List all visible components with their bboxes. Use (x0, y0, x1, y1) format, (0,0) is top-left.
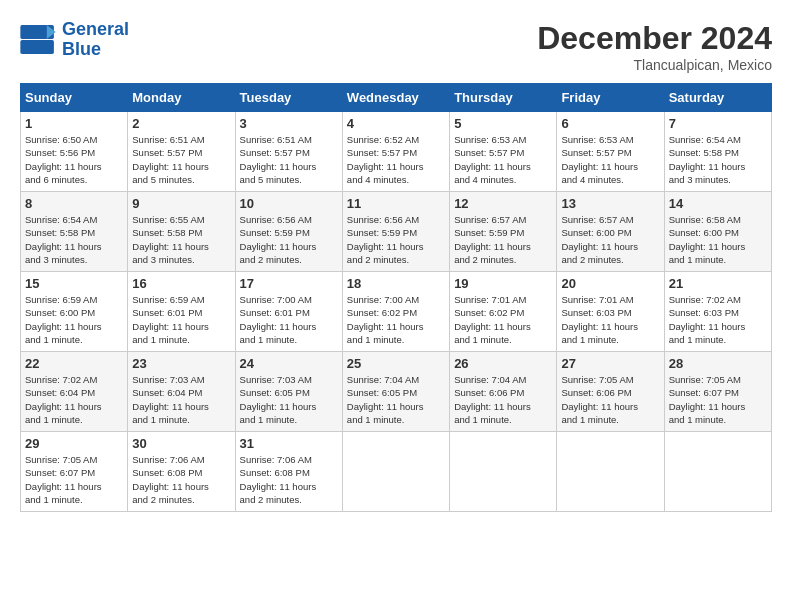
calendar-cell: 20Sunrise: 7:01 AMSunset: 6:03 PMDayligh… (557, 272, 664, 352)
day-number: 29 (25, 436, 123, 451)
day-number: 14 (669, 196, 767, 211)
day-info: Sunrise: 7:04 AMSunset: 6:06 PMDaylight:… (454, 373, 552, 426)
calendar-cell: 28Sunrise: 7:05 AMSunset: 6:07 PMDayligh… (664, 352, 771, 432)
day-info: Sunrise: 6:58 AMSunset: 6:00 PMDaylight:… (669, 213, 767, 266)
day-number: 18 (347, 276, 445, 291)
calendar-cell: 1Sunrise: 6:50 AMSunset: 5:56 PMDaylight… (21, 112, 128, 192)
day-info: Sunrise: 7:01 AMSunset: 6:02 PMDaylight:… (454, 293, 552, 346)
day-number: 13 (561, 196, 659, 211)
day-info: Sunrise: 7:04 AMSunset: 6:05 PMDaylight:… (347, 373, 445, 426)
header: General Blue December 2024 Tlancualpican… (20, 20, 772, 73)
day-number: 30 (132, 436, 230, 451)
calendar-cell: 10Sunrise: 6:56 AMSunset: 5:59 PMDayligh… (235, 192, 342, 272)
calendar-cell: 31Sunrise: 7:06 AMSunset: 6:08 PMDayligh… (235, 432, 342, 512)
calendar-cell: 18Sunrise: 7:00 AMSunset: 6:02 PMDayligh… (342, 272, 449, 352)
logo-line1: General (62, 19, 129, 39)
calendar-cell: 22Sunrise: 7:02 AMSunset: 6:04 PMDayligh… (21, 352, 128, 432)
logo-line2: Blue (62, 39, 101, 59)
day-number: 4 (347, 116, 445, 131)
day-info: Sunrise: 6:56 AMSunset: 5:59 PMDaylight:… (347, 213, 445, 266)
calendar-cell: 19Sunrise: 7:01 AMSunset: 6:02 PMDayligh… (450, 272, 557, 352)
calendar-cell: 6Sunrise: 6:53 AMSunset: 5:57 PMDaylight… (557, 112, 664, 192)
location-subtitle: Tlancualpican, Mexico (537, 57, 772, 73)
calendar-week-row: 29Sunrise: 7:05 AMSunset: 6:07 PMDayligh… (21, 432, 772, 512)
day-info: Sunrise: 6:56 AMSunset: 5:59 PMDaylight:… (240, 213, 338, 266)
calendar-table: SundayMondayTuesdayWednesdayThursdayFrid… (20, 83, 772, 512)
day-number: 3 (240, 116, 338, 131)
day-info: Sunrise: 6:50 AMSunset: 5:56 PMDaylight:… (25, 133, 123, 186)
day-info: Sunrise: 6:51 AMSunset: 5:57 PMDaylight:… (240, 133, 338, 186)
day-number: 10 (240, 196, 338, 211)
day-number: 22 (25, 356, 123, 371)
day-info: Sunrise: 6:59 AMSunset: 6:00 PMDaylight:… (25, 293, 123, 346)
calendar-cell: 30Sunrise: 7:06 AMSunset: 6:08 PMDayligh… (128, 432, 235, 512)
day-number: 12 (454, 196, 552, 211)
day-info: Sunrise: 7:05 AMSunset: 6:07 PMDaylight:… (25, 453, 123, 506)
day-info: Sunrise: 6:54 AMSunset: 5:58 PMDaylight:… (25, 213, 123, 266)
day-info: Sunrise: 6:57 AMSunset: 5:59 PMDaylight:… (454, 213, 552, 266)
day-number: 2 (132, 116, 230, 131)
day-info: Sunrise: 6:53 AMSunset: 5:57 PMDaylight:… (561, 133, 659, 186)
calendar-cell (342, 432, 449, 512)
calendar-cell: 4Sunrise: 6:52 AMSunset: 5:57 PMDaylight… (342, 112, 449, 192)
day-info: Sunrise: 6:55 AMSunset: 5:58 PMDaylight:… (132, 213, 230, 266)
calendar-cell: 17Sunrise: 7:00 AMSunset: 6:01 PMDayligh… (235, 272, 342, 352)
day-number: 6 (561, 116, 659, 131)
calendar-cell: 2Sunrise: 6:51 AMSunset: 5:57 PMDaylight… (128, 112, 235, 192)
month-year-title: December 2024 (537, 20, 772, 57)
day-of-week-header: Thursday (450, 84, 557, 112)
calendar-cell: 23Sunrise: 7:03 AMSunset: 6:04 PMDayligh… (128, 352, 235, 432)
calendar-cell: 7Sunrise: 6:54 AMSunset: 5:58 PMDaylight… (664, 112, 771, 192)
calendar-week-row: 8Sunrise: 6:54 AMSunset: 5:58 PMDaylight… (21, 192, 772, 272)
day-of-week-header: Monday (128, 84, 235, 112)
day-number: 15 (25, 276, 123, 291)
calendar-cell (557, 432, 664, 512)
day-number: 1 (25, 116, 123, 131)
calendar-cell: 13Sunrise: 6:57 AMSunset: 6:00 PMDayligh… (557, 192, 664, 272)
calendar-cell: 16Sunrise: 6:59 AMSunset: 6:01 PMDayligh… (128, 272, 235, 352)
day-number: 23 (132, 356, 230, 371)
calendar-cell: 9Sunrise: 6:55 AMSunset: 5:58 PMDaylight… (128, 192, 235, 272)
day-number: 25 (347, 356, 445, 371)
day-number: 28 (669, 356, 767, 371)
day-number: 16 (132, 276, 230, 291)
calendar-cell: 5Sunrise: 6:53 AMSunset: 5:57 PMDaylight… (450, 112, 557, 192)
calendar-cell (450, 432, 557, 512)
calendar-cell: 8Sunrise: 6:54 AMSunset: 5:58 PMDaylight… (21, 192, 128, 272)
day-number: 26 (454, 356, 552, 371)
day-number: 20 (561, 276, 659, 291)
day-info: Sunrise: 7:05 AMSunset: 6:07 PMDaylight:… (669, 373, 767, 426)
calendar-week-row: 1Sunrise: 6:50 AMSunset: 5:56 PMDaylight… (21, 112, 772, 192)
calendar-header-row: SundayMondayTuesdayWednesdayThursdayFrid… (21, 84, 772, 112)
logo: General Blue (20, 20, 129, 60)
calendar-cell: 21Sunrise: 7:02 AMSunset: 6:03 PMDayligh… (664, 272, 771, 352)
calendar-cell: 26Sunrise: 7:04 AMSunset: 6:06 PMDayligh… (450, 352, 557, 432)
day-info: Sunrise: 6:59 AMSunset: 6:01 PMDaylight:… (132, 293, 230, 346)
day-info: Sunrise: 6:53 AMSunset: 5:57 PMDaylight:… (454, 133, 552, 186)
calendar-week-row: 15Sunrise: 6:59 AMSunset: 6:00 PMDayligh… (21, 272, 772, 352)
day-info: Sunrise: 7:02 AMSunset: 6:04 PMDaylight:… (25, 373, 123, 426)
svg-rect-1 (20, 40, 54, 54)
day-number: 21 (669, 276, 767, 291)
logo-icon (20, 25, 56, 55)
calendar-cell: 24Sunrise: 7:03 AMSunset: 6:05 PMDayligh… (235, 352, 342, 432)
day-of-week-header: Wednesday (342, 84, 449, 112)
day-info: Sunrise: 6:51 AMSunset: 5:57 PMDaylight:… (132, 133, 230, 186)
day-info: Sunrise: 7:02 AMSunset: 6:03 PMDaylight:… (669, 293, 767, 346)
day-info: Sunrise: 7:00 AMSunset: 6:01 PMDaylight:… (240, 293, 338, 346)
day-number: 9 (132, 196, 230, 211)
day-of-week-header: Tuesday (235, 84, 342, 112)
calendar-cell: 15Sunrise: 6:59 AMSunset: 6:00 PMDayligh… (21, 272, 128, 352)
day-info: Sunrise: 7:01 AMSunset: 6:03 PMDaylight:… (561, 293, 659, 346)
day-number: 31 (240, 436, 338, 451)
day-number: 11 (347, 196, 445, 211)
calendar-cell: 12Sunrise: 6:57 AMSunset: 5:59 PMDayligh… (450, 192, 557, 272)
day-of-week-header: Sunday (21, 84, 128, 112)
calendar-cell (664, 432, 771, 512)
title-section: December 2024 Tlancualpican, Mexico (537, 20, 772, 73)
logo-text: General Blue (62, 20, 129, 60)
calendar-cell: 3Sunrise: 6:51 AMSunset: 5:57 PMDaylight… (235, 112, 342, 192)
day-of-week-header: Saturday (664, 84, 771, 112)
calendar-cell: 27Sunrise: 7:05 AMSunset: 6:06 PMDayligh… (557, 352, 664, 432)
day-of-week-header: Friday (557, 84, 664, 112)
